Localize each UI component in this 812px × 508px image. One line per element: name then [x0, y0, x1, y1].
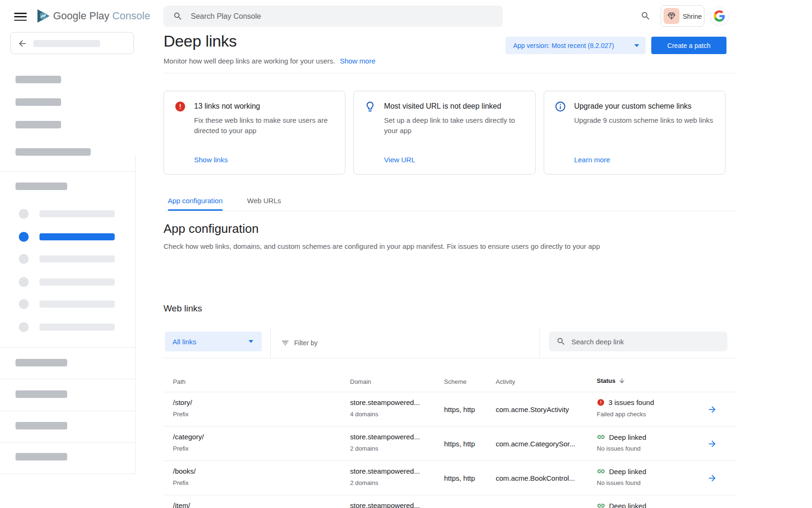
section-description: Check how web links, domains, and custom…: [164, 242, 680, 250]
card-body: Upgrade 9 custom scheme links to web lin…: [574, 115, 718, 126]
back-button[interactable]: [10, 32, 134, 54]
path-type: Prefix: [173, 445, 188, 452]
show-more-link[interactable]: Show more: [340, 57, 375, 65]
deep-link-search-input[interactable]: [571, 332, 722, 351]
app-selector[interactable]: Shrine: [661, 5, 704, 27]
activity-value: com.acme.StoryActivity: [496, 392, 597, 427]
global-search-input[interactable]: [191, 6, 492, 27]
path-type: Prefix: [173, 411, 188, 418]
status-cell: Deep linked No issues found: [597, 427, 707, 461]
domain-value: store.steampowered...: [350, 433, 420, 441]
links-not-working-card: 13 links not working Fix these web links…: [164, 91, 345, 175]
learn-more-link[interactable]: Learn more: [574, 156, 610, 164]
path-cell: /category/ Prefix: [173, 427, 341, 461]
deep-linked-icon: [597, 467, 605, 476]
status-text: Deep linked: [609, 468, 646, 476]
sidebar-item[interactable]: [0, 277, 136, 293]
column-header-domain[interactable]: Domain: [350, 378, 371, 385]
header-divider: [164, 73, 737, 73]
domain-cell: store.steampowered... 2 domains: [350, 427, 444, 461]
status-detail: No issues found: [597, 479, 640, 486]
column-header-activity[interactable]: Activity: [496, 378, 515, 385]
web-links-toolbar: All links Filter by: [164, 328, 737, 358]
column-header-status[interactable]: Status: [597, 377, 625, 384]
domain-value: store.steampowered...: [350, 467, 420, 475]
scheme-value: https, http: [444, 392, 496, 427]
links-filter-dropdown[interactable]: All links: [165, 332, 262, 351]
skeleton-bar: [16, 148, 91, 156]
tab-web-urls[interactable]: Web URLs: [247, 193, 281, 211]
arrow-right-icon[interactable]: [707, 405, 717, 414]
column-header-path[interactable]: Path: [173, 378, 186, 385]
deep-link-path: /story/: [173, 398, 192, 406]
domain-cell: store.steampowered... 2 domains: [350, 461, 444, 495]
table-row[interactable]: /story/ Prefix store.steampowered... 4 d…: [164, 392, 737, 427]
view-url-link[interactable]: View URL: [384, 156, 415, 164]
status-header-label: Status: [597, 377, 616, 384]
toolbar-divider: [270, 328, 271, 358]
chevron-down-icon: [634, 44, 639, 47]
filter-by-button[interactable]: Filter by: [281, 339, 318, 347]
table-header: Path Domain Scheme Activity Status: [164, 358, 737, 392]
card-title: Most visited URL is not deep linked: [384, 102, 501, 111]
sidebar-divider: [0, 171, 136, 172]
card-title: 13 links not working: [194, 102, 260, 111]
upgrade-scheme-links-card: Upgrade your custom scheme links Upgrade…: [544, 91, 726, 175]
deep-link-path: /books/: [173, 467, 195, 475]
column-header-scheme[interactable]: Scheme: [444, 378, 467, 385]
skeleton-bar: [16, 98, 61, 106]
app-name: Shrine: [683, 13, 702, 20]
sidebar-item[interactable]: [0, 254, 136, 270]
card-body: Fix these web links to make sure users a…: [194, 115, 337, 136]
search-icon[interactable]: [640, 11, 651, 23]
page-title: Deep links: [164, 32, 237, 50]
tab-bar: App configuration Web URLs: [164, 193, 737, 211]
skeleton-bar: [16, 422, 67, 429]
sidebar-item[interactable]: [0, 209, 136, 225]
sidebar-item-active[interactable]: [0, 232, 136, 248]
status-text: 3 issues found: [609, 398, 654, 406]
sidebar-divider: [0, 347, 136, 348]
google-account-avatar[interactable]: [710, 7, 729, 25]
arrow-cell: [707, 427, 737, 461]
filter-icon: [281, 339, 289, 347]
table-row[interactable]: /category/ Prefix store.steampowered... …: [164, 427, 737, 461]
table-body: /story/ Prefix store.steampowered... 4 d…: [164, 392, 737, 508]
sidebar-divider: [0, 379, 136, 379]
menu-icon[interactable]: [14, 13, 27, 21]
path-cell: /books/ Prefix: [173, 461, 341, 495]
tab-app-configuration[interactable]: App configuration: [168, 193, 223, 211]
app-version-selector[interactable]: App version: Most recent (8.2.027): [506, 37, 646, 54]
skeleton-bar: [16, 183, 67, 190]
table-row[interactable]: /item/ store.steampowered... Deep linked: [164, 495, 737, 508]
skeleton-bar: [16, 390, 67, 398]
status-cell: Deep linked No issues found: [597, 461, 707, 495]
filter-by-label: Filter by: [294, 339, 318, 347]
create-patch-button[interactable]: Create a patch: [651, 37, 726, 54]
domains-count: 2 domains: [350, 479, 378, 486]
arrow-right-icon[interactable]: [707, 439, 717, 449]
sidebar-item[interactable]: [0, 299, 136, 315]
domain-cell: store.steampowered...: [350, 495, 444, 508]
status-text: Deep linked: [609, 502, 646, 508]
web-links-table: Path Domain Scheme Activity Status /stor…: [164, 358, 737, 508]
scheme-value: [444, 495, 496, 508]
sidebar-item[interactable]: [0, 322, 136, 338]
status-detail: Failed app checks: [597, 411, 646, 418]
table-row[interactable]: /books/ Prefix store.steampowered... 2 d…: [164, 461, 737, 495]
deep-linked-icon: [597, 501, 605, 508]
arrow-right-icon[interactable]: [707, 473, 717, 483]
card-title: Upgrade your custom scheme links: [574, 102, 692, 111]
toolbar-divider: [539, 328, 540, 358]
path-cell: /item/: [173, 495, 341, 508]
domain-value: store.steampowered...: [350, 501, 420, 508]
deep-linked-icon: [597, 433, 605, 441]
domains-count: 2 domains: [350, 445, 378, 452]
arrow-left-icon: [17, 39, 27, 48]
show-links-link[interactable]: Show links: [194, 156, 228, 164]
deep-link-search: [549, 332, 727, 351]
play-console-deep-links-page: Google Play Console: [0, 0, 812, 508]
status-detail: No issues found: [597, 445, 640, 452]
arrow-cell: [707, 392, 737, 427]
status-cell: Deep linked: [597, 495, 707, 508]
